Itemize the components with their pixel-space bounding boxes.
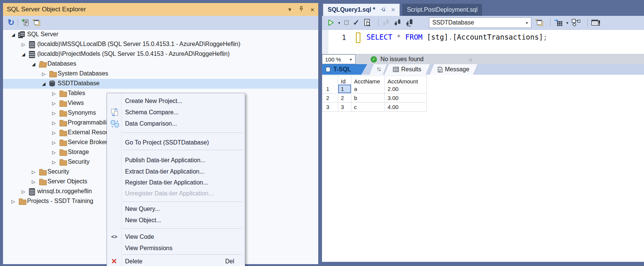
- menu-item-go-to-project[interactable]: Go To Project (SSDTDatabase): [107, 137, 245, 148]
- tree-item-projectmodels[interactable]: ◢(localdb)\ProjectModels (SQL Server 15.…: [3, 49, 318, 59]
- zoom-combobox[interactable]: 100 % ▾: [322, 54, 356, 64]
- database-combobox-value: SSDTDatabase: [432, 19, 474, 26]
- expand-arrow-icon[interactable]: ▷: [51, 120, 56, 126]
- grid-cell[interactable]: 2.00: [385, 85, 427, 94]
- tree-item-mssqllocaldb[interactable]: ▷(localdb)\MSSQLLocalDB (SQL Server 15.0…: [3, 40, 318, 49]
- database-combobox[interactable]: SSDTDatabase ▾: [429, 17, 531, 28]
- folder-icon: [60, 141, 67, 146]
- close-icon[interactable]: ×: [391, 6, 395, 14]
- row-header[interactable]: 1: [322, 85, 338, 94]
- scrollbar-left-arrow-icon[interactable]: ◀: [468, 57, 472, 62]
- menu-item-extract-data-tier[interactable]: Extract Data-tier Application...: [107, 166, 245, 177]
- context-menu: Create New Project... Schema Compare... …: [107, 93, 245, 266]
- tool-window-titlebar[interactable]: SQL Server Object Explorer ▼ ×: [3, 3, 318, 16]
- pin-icon[interactable]: [299, 6, 304, 13]
- expand-arrow-icon[interactable]: ▷: [21, 42, 26, 47]
- connect-icon[interactable]: [394, 19, 402, 26]
- grid-cell-selected[interactable]: 1: [338, 85, 351, 94]
- row-header[interactable]: 2: [322, 94, 338, 103]
- properties-window-icon[interactable]: [591, 19, 600, 26]
- expand-arrow-icon[interactable]: ▷: [51, 101, 56, 106]
- grid-cell[interactable]: b: [351, 94, 385, 103]
- tab-message[interactable]: Message: [429, 64, 478, 75]
- tab-script-postdeployment[interactable]: Script.PostDeployment.sql: [402, 4, 482, 16]
- line-number: 1: [337, 33, 346, 42]
- results-grid[interactable]: Id AcctName AcctAmount 1 1 a 2.00 2 2 b …: [322, 75, 427, 112]
- tab-sqlquery1[interactable]: SQLQuery1.sql * ×: [323, 4, 400, 16]
- menu-item-view-code[interactable]: <>View Code: [107, 231, 245, 243]
- expand-arrow-icon[interactable]: ▷: [31, 179, 36, 185]
- grid-cell[interactable]: 4.00: [385, 103, 427, 112]
- menu-item-delete[interactable]: ✕DeleteDel: [107, 256, 245, 266]
- menu-item-data-comparison[interactable]: Data Comparison...: [107, 118, 245, 129]
- tree-item-ssdtdatabase[interactable]: ◢SSDTDatabase: [3, 79, 318, 89]
- sql-server-root-icon: [18, 31, 24, 37]
- menu-item-new-object[interactable]: New Object...: [107, 215, 245, 226]
- tab-results[interactable]: Results: [384, 64, 430, 75]
- folder-icon: [19, 200, 26, 205]
- folder-icon: [60, 101, 67, 107]
- execute-dropdown-icon[interactable]: ▾: [338, 21, 340, 25]
- expand-arrow-icon[interactable]: ▷: [11, 199, 16, 204]
- tree-item-databases[interactable]: ◢Databases: [3, 59, 318, 69]
- expand-arrow-icon[interactable]: ▷: [51, 111, 56, 116]
- new-query-icon[interactable]: [535, 19, 543, 26]
- expand-arrow-icon[interactable]: ◢: [21, 52, 26, 57]
- open-folder-icon: [39, 62, 47, 68]
- tree-item-system-databases[interactable]: ▷System Databases: [3, 69, 318, 79]
- menu-item-new-query[interactable]: New Query...: [107, 203, 245, 215]
- expand-arrow-icon[interactable]: ◢: [41, 81, 46, 86]
- expand-arrow-icon[interactable]: ▷: [51, 150, 56, 155]
- menu-item-view-permissions[interactable]: View Permissions: [107, 243, 245, 254]
- menu-item-create-new-project[interactable]: Create New Project...: [107, 95, 245, 107]
- expand-arrow-icon[interactable]: ▷: [51, 160, 56, 165]
- pin-icon[interactable]: [380, 6, 386, 13]
- add-server-icon[interactable]: [21, 19, 29, 26]
- parse-check-icon[interactable]: ✓: [353, 18, 360, 27]
- results-to-grid-icon[interactable]: [554, 19, 563, 26]
- results-mode-caret-icon[interactable]: ▾: [566, 21, 568, 25]
- expand-arrow-icon[interactable]: ◢: [31, 62, 36, 67]
- tab-label: Script.PostDeployment.sql: [407, 6, 478, 13]
- results-tabstrip: T-SQL ↑↓ Results Message: [322, 64, 644, 75]
- health-indicator[interactable]: ✓ No issues found: [371, 56, 424, 63]
- menu-item-publish-data-tier[interactable]: Publish Data-tier Application...: [107, 155, 245, 166]
- combobox-caret-icon[interactable]: ▾: [526, 21, 528, 25]
- expand-arrow-icon[interactable]: ◢: [11, 32, 16, 37]
- expand-arrow-icon[interactable]: ▷: [51, 91, 56, 96]
- expand-arrow-icon[interactable]: ▷: [51, 130, 56, 135]
- execute-button[interactable]: [327, 19, 335, 26]
- close-icon[interactable]: ×: [310, 7, 314, 12]
- sql-code-line[interactable]: SELECT * FROM [stg].[AccountTransactions…: [366, 33, 548, 41]
- menu-item-schema-compare[interactable]: Schema Compare...: [107, 107, 245, 118]
- new-window-icon[interactable]: [32, 19, 41, 26]
- expand-arrow-icon[interactable]: ▷: [21, 189, 26, 194]
- zoom-value: 100 %: [325, 56, 341, 63]
- expand-arrow-icon[interactable]: ▷: [31, 169, 36, 175]
- zoom-caret-icon[interactable]: ▾: [350, 57, 352, 62]
- menu-item-register-data-tier[interactable]: Register Data-tier Application...: [107, 177, 245, 188]
- row-header[interactable]: 3: [322, 103, 338, 112]
- expand-arrow-icon[interactable]: ▷: [41, 71, 46, 77]
- code-editor[interactable]: 1 SELECT * FROM [stg].[AccountTransactio…: [322, 30, 644, 54]
- query-editor-panel: SQLQuery1.sql * × Script.PostDeployment.…: [322, 3, 644, 264]
- folder-icon: [60, 160, 67, 166]
- tab-tsql[interactable]: T-SQL: [322, 64, 367, 75]
- server-icon: [29, 41, 35, 48]
- tree-item-sql-server[interactable]: ◢SQL Server: [3, 30, 318, 40]
- diagram-icon[interactable]: [572, 19, 581, 26]
- refresh-icon[interactable]: ↻: [8, 18, 14, 27]
- grid-cell[interactable]: 3.00: [385, 94, 427, 103]
- grid-cell[interactable]: 3: [338, 103, 351, 112]
- grid-cell[interactable]: 2: [338, 94, 351, 103]
- change-connection-icon[interactable]: [405, 19, 414, 26]
- estimated-plan-icon[interactable]: [363, 18, 371, 27]
- editor-margin: [322, 30, 328, 54]
- window-menu-dropdown-icon[interactable]: ▼: [287, 7, 292, 12]
- folder-icon: [60, 121, 67, 126]
- grid-cell[interactable]: c: [351, 103, 385, 112]
- folder-icon: [60, 131, 67, 136]
- database-icon: [49, 81, 55, 86]
- expand-arrow-icon[interactable]: ▷: [51, 140, 56, 145]
- grid-cell[interactable]: a: [351, 85, 385, 94]
